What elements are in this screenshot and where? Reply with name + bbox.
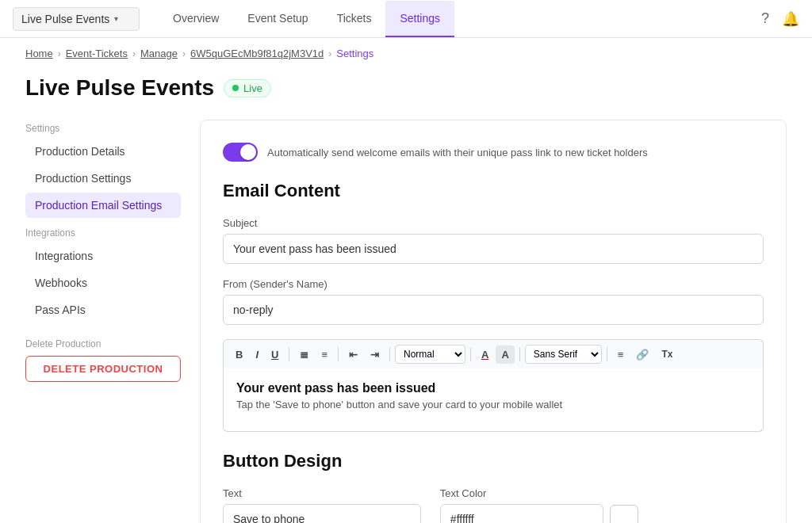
breadcrumb-sep-2: › xyxy=(132,48,136,59)
btn-text-label: Text xyxy=(223,487,421,499)
breadcrumb-sep-3: › xyxy=(182,48,186,59)
rte-sep-1 xyxy=(289,347,289,361)
sidebar-settings-label: Settings xyxy=(25,123,181,134)
nav-tickets[interactable]: Tickets xyxy=(323,1,386,37)
bell-icon[interactable]: 🔔 xyxy=(782,10,799,28)
btn-text-col: Text Corner Radius xyxy=(223,487,421,523)
breadcrumb-current: Settings xyxy=(336,48,373,59)
rte-sep-4 xyxy=(470,347,471,361)
sidebar-item-production-settings[interactable]: Production Settings xyxy=(25,166,181,191)
btn-text-color-label: Text Color xyxy=(440,487,638,499)
rich-text-editor: B I U ≣ ≡ ⇤ ⇥ Normal Heading 1 Heading 2… xyxy=(223,339,764,432)
breadcrumb-manage[interactable]: Manage xyxy=(140,48,178,59)
status-dot xyxy=(232,85,239,91)
rte-highlight-button[interactable]: A xyxy=(496,345,514,364)
nav-links: Overview Event Setup Tickets Settings xyxy=(159,1,454,37)
nav-right: ? 🔔 xyxy=(761,10,799,28)
help-icon[interactable]: ? xyxy=(761,10,769,27)
welcome-email-toggle-row: Automatically send welcome emails with t… xyxy=(223,143,764,162)
rte-align-right-button[interactable]: ⇥ xyxy=(365,345,385,364)
rte-content-title: Your event pass has been issued xyxy=(236,381,750,395)
subject-label: Subject xyxy=(223,217,764,229)
rte-sep-2 xyxy=(338,347,339,361)
btn-text-color-field-group: Text Color xyxy=(440,487,638,523)
sidebar-integrations-label: Integrations xyxy=(25,227,181,239)
rte-content-body: Tap the 'Save to phone' button and save … xyxy=(236,399,750,410)
btn-text-color-row xyxy=(440,504,638,523)
toggle-label: Automatically send welcome emails with t… xyxy=(267,147,648,158)
status-badge: Live xyxy=(224,79,271,97)
sender-field-group: From (Sender's Name) xyxy=(223,278,764,325)
app-name: Live Pulse Events xyxy=(21,13,109,25)
app-selector[interactable]: Live Pulse Events ▾ xyxy=(13,7,140,31)
nav-overview[interactable]: Overview xyxy=(159,1,233,37)
main-layout: Settings Production Details Production S… xyxy=(0,120,812,523)
sidebar-settings-section: Settings Production Details Production S… xyxy=(25,123,181,218)
preview-col: Save to phone xyxy=(657,487,764,523)
rte-sep-5 xyxy=(519,347,520,361)
rte-sep-6 xyxy=(607,347,607,361)
sidebar-item-integrations[interactable]: Integrations xyxy=(25,243,181,269)
page-title: Live Pulse Events xyxy=(25,75,214,101)
delete-section: Delete Production DELETE PRODUCTION xyxy=(25,338,181,382)
rte-format-select[interactable]: Normal Heading 1 Heading 2 xyxy=(395,345,465,364)
sidebar-item-webhooks[interactable]: Webhooks xyxy=(25,270,181,296)
nav-settings[interactable]: Settings xyxy=(385,1,454,37)
rte-link-button[interactable]: 🔗 xyxy=(630,345,654,364)
status-label: Live xyxy=(243,82,262,94)
email-content-title: Email Content xyxy=(223,181,764,201)
page-header: Live Pulse Events Live xyxy=(0,69,812,120)
breadcrumb-sep-1: › xyxy=(58,48,61,59)
btn-text-color-input[interactable] xyxy=(440,504,603,523)
breadcrumb-home[interactable]: Home xyxy=(25,48,53,59)
rte-italic-button[interactable]: I xyxy=(250,345,264,364)
btn-text-color-swatch[interactable] xyxy=(610,505,638,523)
subject-field-group: Subject xyxy=(223,217,764,264)
button-design-title: Button Design xyxy=(223,451,764,471)
btn-text-field-group: Text xyxy=(223,487,421,523)
sender-label: From (Sender's Name) xyxy=(223,278,764,290)
sidebar-item-production-email-settings[interactable]: Production Email Settings xyxy=(25,193,181,218)
rte-content[interactable]: Your event pass has been issued Tap the … xyxy=(223,368,764,432)
breadcrumb-event-tickets[interactable]: Event-Tickets xyxy=(66,48,128,59)
rte-font-color-button[interactable]: A xyxy=(476,345,494,364)
nav-event-setup[interactable]: Event Setup xyxy=(233,1,322,37)
btn-text-input[interactable] xyxy=(223,504,421,523)
top-navigation: Live Pulse Events ▾ Overview Event Setup… xyxy=(0,0,812,38)
delete-production-button[interactable]: DELETE PRODUCTION xyxy=(25,356,181,382)
rte-clear-format-button[interactable]: Tx xyxy=(656,345,678,363)
toggle-knob xyxy=(240,144,256,160)
button-design-row: Text Corner Radius Text Color Ba xyxy=(223,487,764,523)
sidebar: Settings Production Details Production S… xyxy=(25,120,200,523)
breadcrumb: Home › Event-Tickets › Manage › 6W5quGEc… xyxy=(0,38,812,69)
content-area: Automatically send welcome emails with t… xyxy=(200,120,787,523)
sender-input[interactable] xyxy=(223,295,764,325)
rte-underline-button[interactable]: U xyxy=(266,345,284,364)
btn-color-col: Text Color Background Color xyxy=(440,487,638,523)
rte-font-family-select[interactable]: Sans Serif Serif Monospace xyxy=(525,345,602,364)
rte-toolbar: B I U ≣ ≡ ⇤ ⇥ Normal Heading 1 Heading 2… xyxy=(223,339,764,368)
sidebar-integrations-section: Integrations Integrations Webhooks Pass … xyxy=(25,227,181,323)
rte-bold-button[interactable]: B xyxy=(230,345,248,364)
sidebar-item-pass-apis[interactable]: Pass APIs xyxy=(25,297,181,323)
breadcrumb-id[interactable]: 6W5quGEcMb9f81q2jM3V1d xyxy=(190,48,324,59)
rte-ordered-list-button[interactable]: ≣ xyxy=(294,345,314,364)
delete-section-label: Delete Production xyxy=(25,338,181,349)
rte-align-left-button[interactable]: ⇤ xyxy=(343,345,363,364)
subject-input[interactable] xyxy=(223,234,764,264)
welcome-email-toggle[interactable] xyxy=(223,143,258,162)
rte-sep-3 xyxy=(389,347,390,361)
app-selector-chevron: ▾ xyxy=(114,14,118,23)
rte-unordered-list-button[interactable]: ≡ xyxy=(316,345,333,364)
sidebar-item-production-details[interactable]: Production Details xyxy=(25,139,181,164)
breadcrumb-sep-4: › xyxy=(328,48,331,59)
rte-align-button[interactable]: ≡ xyxy=(612,345,630,364)
